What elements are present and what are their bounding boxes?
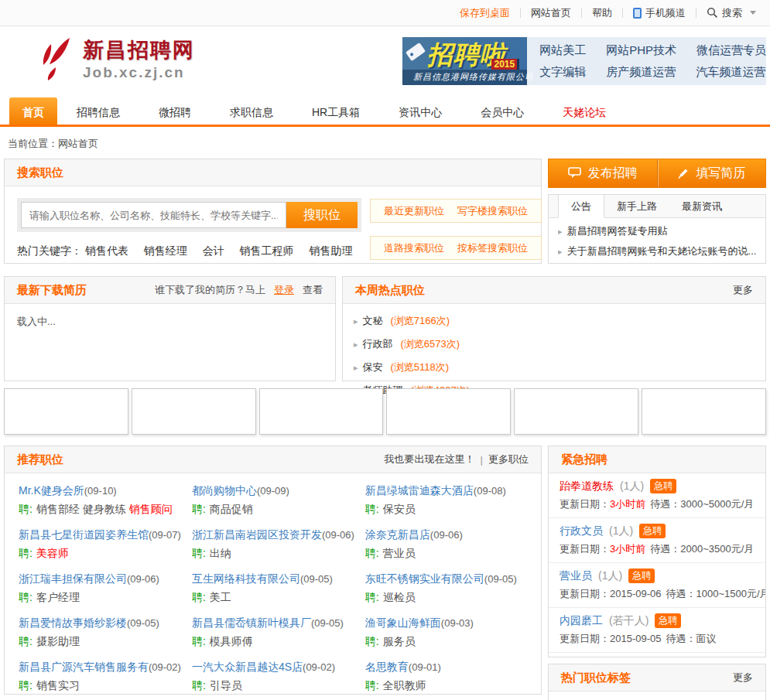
- site-logo[interactable]: 新昌招聘网 Job.xc.zj.cn: [34, 36, 195, 81]
- appear-here-link[interactable]: 我也要出现在这里！: [385, 452, 475, 466]
- company-link[interactable]: 新昌县七星街道园姿养生馆: [19, 528, 149, 541]
- role-text[interactable]: 商品促销: [210, 503, 253, 515]
- nav-member-center[interactable]: 会员中心: [461, 97, 543, 125]
- tab-announcements[interactable]: 公告: [558, 195, 604, 218]
- nav-recruit-info[interactable]: 招聘信息: [57, 97, 139, 125]
- role-text[interactable]: 美工: [210, 591, 231, 603]
- role-text[interactable]: 摄影助理: [36, 635, 80, 647]
- banner-link[interactable]: 文字编辑: [539, 65, 586, 80]
- recruiting-ad-banner[interactable]: 招聘啦 2015 新昌信息港网络传媒有限公司 网站美工 网站PHP技术 微信运营…: [402, 37, 766, 85]
- company-link[interactable]: 浙江新昌南岩园区投资开发: [192, 528, 322, 541]
- company-link[interactable]: 浙江瑞丰担保有限公司: [19, 572, 127, 585]
- notice-tabs: 公告 新手上路 最新资讯: [549, 195, 765, 218]
- nav-jobseeker-info[interactable]: 求职信息: [210, 97, 293, 125]
- keyword-link[interactable]: 销售助理: [309, 244, 352, 257]
- keyword-link[interactable]: 销售工程师: [240, 244, 294, 257]
- more-jobs-link[interactable]: 更多职位: [488, 452, 529, 466]
- list-item: ▸文秘(浏览7166次): [354, 309, 755, 333]
- site-home-link[interactable]: 网站首页: [531, 6, 571, 20]
- road-search-link[interactable]: 道路搜索职位: [384, 241, 444, 255]
- company-link[interactable]: 都尚购物中心: [192, 484, 257, 497]
- company-link[interactable]: 新昌绿城雷迪森大酒店: [365, 484, 474, 497]
- divider: [696, 8, 696, 18]
- update-label: 更新日期：: [560, 588, 610, 599]
- hot-job-link[interactable]: 文秘: [363, 315, 383, 326]
- role-text[interactable]: 引导员: [210, 679, 242, 691]
- company-link[interactable]: 渔哥象山海鲜面: [365, 616, 441, 629]
- update-time: 3小时前: [610, 543, 645, 555]
- recent-jobs-link[interactable]: 最近更新职位: [384, 204, 444, 218]
- office-building-search-link[interactable]: 写字楼搜索职位: [457, 204, 528, 218]
- notice-link[interactable]: 新昌招聘网答疑专用贴: [567, 225, 668, 237]
- urgent-job-link[interactable]: 内园磨工: [560, 614, 603, 628]
- company-link[interactable]: 名思教育: [365, 661, 409, 673]
- job-item: 浙江新昌南岩园区投资开发(09-06)聘:出纳: [192, 527, 354, 561]
- job-search-input[interactable]: [21, 202, 286, 228]
- company-link[interactable]: 新昌县广源汽车销售服务有: [19, 661, 149, 673]
- urgent-job-link[interactable]: 行政文员: [560, 524, 603, 538]
- more-link[interactable]: 更多: [733, 283, 753, 297]
- banner-link[interactable]: 房产频道运营: [606, 65, 676, 80]
- nav-micro-recruit[interactable]: 微招聘: [139, 97, 210, 125]
- tag-search-link[interactable]: 按标签搜索职位: [457, 241, 528, 255]
- search-jobs-button[interactable]: 搜职位: [286, 202, 358, 228]
- role-text[interactable]: 全职教师: [383, 679, 426, 691]
- more-link[interactable]: 更多: [733, 671, 753, 685]
- search-menu[interactable]: 搜索: [707, 6, 756, 20]
- list-item[interactable]: ▸新昌信息港招聘网试运营公告: [558, 261, 756, 264]
- banner-link[interactable]: 汽车频道运营: [696, 65, 765, 80]
- main-content: 搜索职位 搜职位 热门关键字： 销售代表 销售经理 会计 销售工程师 销售助理: [0, 159, 770, 700]
- keyword-link[interactable]: 销售经理: [144, 244, 187, 257]
- role-text[interactable]: 销售实习: [36, 679, 80, 691]
- tab-newbie-guide[interactable]: 新手上路: [604, 195, 669, 217]
- post-job-button[interactable]: 发布招聘: [549, 159, 657, 187]
- nav-news-center[interactable]: 资讯中心: [379, 97, 461, 125]
- role-text[interactable]: 出纳: [210, 547, 231, 559]
- role-text[interactable]: 服务员: [383, 635, 416, 647]
- update-time: 3小时前: [610, 498, 645, 510]
- panel-title: 推荐职位: [17, 452, 63, 467]
- help-link[interactable]: 帮助: [592, 6, 612, 20]
- nav-forum[interactable]: 天姥论坛: [543, 97, 625, 125]
- tab-latest-news[interactable]: 最新资讯: [669, 195, 734, 217]
- company-link[interactable]: 互生网络科技有限公司: [192, 572, 300, 585]
- banner-link[interactable]: 网站PHP技术: [606, 43, 676, 58]
- role-text[interactable]: 保安员: [383, 503, 416, 515]
- company-link[interactable]: 新昌爱情故事婚纱影楼: [19, 616, 127, 629]
- login-link[interactable]: 登录: [274, 283, 294, 297]
- keyword-link[interactable]: 销售代表: [85, 244, 128, 257]
- list-item[interactable]: ▸新昌招聘网答疑专用贴: [558, 221, 756, 241]
- role-text[interactable]: 营业员: [383, 547, 416, 559]
- role-text[interactable]: 销售部经 健身教练: [36, 503, 129, 515]
- job-item: 都尚购物中心(09-09)聘:商品促销: [192, 483, 354, 517]
- salary-text: 待遇：面议: [666, 633, 717, 644]
- banner-link[interactable]: 微信运营专员: [696, 43, 766, 58]
- list-item[interactable]: ▸关于新昌招聘网账号和天姥论坛账号的说...: [558, 241, 756, 261]
- hot-job-link[interactable]: 保安: [363, 361, 383, 373]
- save-to-desktop-link[interactable]: 保存到桌面: [460, 6, 510, 20]
- fill-resume-button[interactable]: 填写简历: [657, 159, 766, 187]
- role-text[interactable]: 客户经理: [36, 591, 80, 603]
- nav-hr-toolbox[interactable]: HR工具箱: [293, 97, 379, 125]
- company-link[interactable]: 一汽大众新昌越达4S店: [192, 661, 303, 673]
- role-text[interactable]: 巡检员: [383, 591, 416, 603]
- role-text-highlight[interactable]: 销售顾问: [129, 503, 173, 515]
- company-link[interactable]: 东旺不锈钢实业有限公司: [365, 572, 484, 585]
- company-link[interactable]: 新昌县儒岙镇新叶模具厂: [192, 616, 311, 629]
- arrow-bullet-icon: ▸: [558, 227, 563, 236]
- urgent-job-link[interactable]: 营业员: [560, 569, 592, 583]
- company-link[interactable]: 涂奈克新昌店: [365, 528, 430, 541]
- quick-search-links: 最近更新职位 写字楼搜索职位 道路搜索职位 按标签搜索职位: [370, 199, 542, 260]
- role-text[interactable]: 模具师傅: [210, 635, 253, 647]
- row-search-and-notices: 搜索职位 搜职位 热门关键字： 销售代表 销售经理 会计 销售工程师 销售助理: [4, 159, 766, 264]
- notice-link[interactable]: 关于新昌招聘网账号和天姥论坛账号的说...: [567, 245, 756, 257]
- role-text-highlight[interactable]: 美容师: [36, 547, 69, 559]
- company-link[interactable]: Mr.K健身会所: [19, 484, 84, 497]
- banner-link[interactable]: 网站美工: [539, 43, 586, 58]
- urgent-job-link[interactable]: 跆拳道教练: [560, 480, 614, 493]
- salary-text: 待遇：3000~5000元/月: [650, 498, 754, 510]
- keyword-link[interactable]: 会计: [203, 244, 224, 257]
- hot-job-link[interactable]: 行政部: [363, 338, 393, 350]
- nav-home[interactable]: 首页: [9, 97, 57, 125]
- mobile-channel-link[interactable]: 手机频道: [633, 6, 686, 20]
